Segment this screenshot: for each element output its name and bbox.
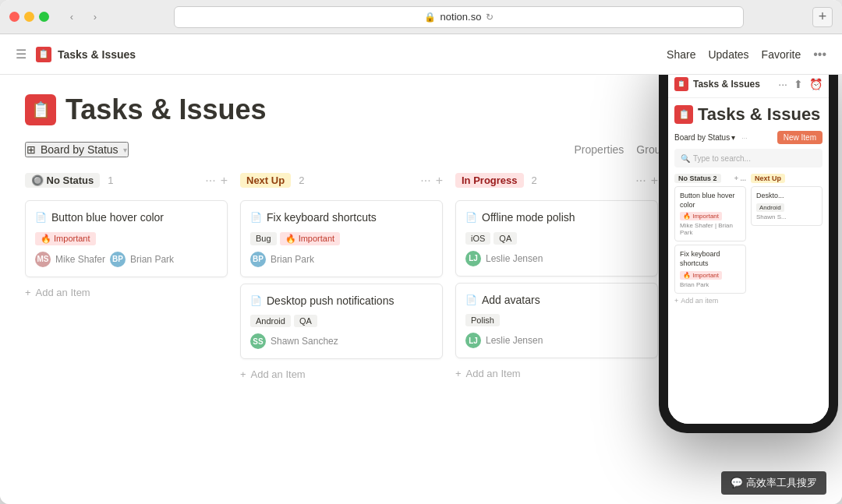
phone-card-people-1: Mike Shafer | Brian Park [680,222,741,236]
phone-star-icon[interactable]: ⏰ [809,78,823,90]
titlebar: ‹ › 🔒 notion.so ↻ + [0,0,842,34]
phone-col-badge-no-status: No Status 2 [674,174,721,183]
column-more-button-next-up[interactable]: ··· [420,174,430,187]
column-count-next-up: 2 [299,174,304,186]
phone-card-3[interactable]: Deskto... Android Shawn S... [751,186,823,226]
card-title-row: 📄 Add avatars [465,293,648,308]
avatar-bp: BP [110,252,126,267]
back-button[interactable]: ‹ [62,9,82,25]
tag-important: Important [280,232,341,245]
phone-col-no-status: No Status 2 + ... Button blue hover colo… [674,174,746,305]
close-button[interactable] [9,12,19,22]
phone-col-header-next-up: Next Up [751,174,823,183]
doc-icon: 📄 [250,212,262,223]
chevron-down-icon: ▾ [123,146,127,154]
plus-icon: + [240,368,246,380]
card-offline-mode[interactable]: 📄 Offline mode polish iOS QA LJ Leslie J… [455,200,658,277]
maximize-button[interactable] [39,12,49,22]
add-item-next-up[interactable]: + Add an Item [240,365,443,383]
tag-bug: Bug [250,232,277,245]
board-view-button[interactable]: ⊞ Board by Status ▾ [25,142,129,157]
phone-share-icon[interactable]: ⬆ [794,78,803,90]
tag-ios: iOS [465,232,490,245]
phone-board-toolbar: Board by Status ▾ ··· New Item [674,131,823,144]
add-item-label: Add an Item [251,368,306,380]
card-footer: SS Shawn Sanchez [250,333,433,349]
updates-button[interactable]: Updates [708,48,748,61]
share-button[interactable]: Share [667,48,695,61]
card-footer: MS Mike Shafer BP Brian Park [35,252,218,267]
phone-more-icon[interactable]: ··· [778,78,787,90]
doc-icon: 📄 [250,295,262,306]
phone-search-icon: 🔍 [681,154,690,163]
card-title-row: 📄 Offline mode polish [465,210,648,226]
phone-nav-buttons: ··· ⬆ ⏰ [778,78,823,90]
column-in-progress: In Progress 2 ··· + 📄 Offline mode polis… [455,170,658,492]
person-mike: Mike Shafer [55,254,105,265]
url-text: notion.so [440,11,482,23]
avatar-ms: MS [35,252,51,267]
plus-icon: + [25,287,31,298]
board-icon: ⊞ [27,143,36,156]
new-tab-button[interactable]: + [812,7,833,27]
url-input[interactable]: 🔒 notion.so ↻ [174,6,744,28]
phone-tag-android-1: Android [756,203,784,212]
card-title: Fix keyboard shortcuts [267,210,377,226]
card-title-row: 📄 Button blue hover color [35,210,218,226]
forward-button[interactable]: › [85,9,105,25]
favorite-button[interactable]: Favorite [762,48,801,61]
phone-search[interactable]: 🔍 Type to search... [674,149,823,167]
phone-card-1[interactable]: Button blue hover color 🔥 Important Mike… [674,186,746,241]
phone-mockup: Carrier 3:57 PM ● ▌▌ 🔋 📋 Tasks & Issues … [647,75,842,449]
card-title-row: 📄 Desktop push notifications [250,294,433,309]
main-content: 📋 Tasks & Issues ⊞ Board by Status ▾ Pro… [0,75,842,504]
add-item-label: Add an Item [466,368,521,379]
column-count-no-status: 1 [108,174,113,186]
add-item-no-status[interactable]: + Add an Item [25,284,228,301]
column-header-no-status: 🔘 No Status 1 ··· + [25,170,228,191]
column-add-button-next-up[interactable]: + [436,174,443,187]
phone-app-icon: 📋 [674,77,688,91]
phone-new-btn[interactable]: New Item [777,131,823,144]
card-tags: Polish [465,314,648,326]
add-item-label: Add an Item [36,287,90,298]
phone-card-people-3: Shawn S... [756,213,817,220]
nav-buttons: ‹ › [62,9,105,25]
column-add-button-no-status[interactable]: + [221,174,228,187]
phone-view-btn[interactable]: Board by Status ▾ [674,133,735,142]
phone-tag-important-1: 🔥 Important [680,212,722,220]
properties-button[interactable]: Properties [575,143,624,156]
nav-app-title: Tasks & Issues [58,48,136,61]
phone-ellipsis[interactable]: ··· [741,134,748,142]
phone-nav: 📋 Tasks & Issues ··· ⬆ ⏰ [668,75,829,98]
person-leslie2: Leslie Jensen [486,335,543,346]
add-item-in-progress[interactable]: + Add an Item [455,365,658,382]
phone-card-2[interactable]: Fix keyboard shortcuts 🔥 Important Brian… [674,245,746,293]
card-fix-keyboard[interactable]: 📄 Fix keyboard shortcuts Bug Important B… [240,200,443,277]
column-title-badge-in-progress: In Progress [455,173,524,188]
phone-page-icon: 📋 [674,105,693,124]
card-tags: Bug Important [250,232,433,245]
card-desktop-push[interactable]: 📄 Desktop push notifications Android QA … [240,284,443,360]
board-view-label: Board by Status [41,143,119,156]
doc-icon: 📄 [465,294,477,305]
column-more-button-in-progress[interactable]: ··· [635,174,646,187]
hamburger-icon[interactable]: ☰ [16,47,27,62]
column-more-button-no-status[interactable]: ··· [205,174,215,187]
more-icon[interactable]: ••• [813,48,826,62]
column-header-in-progress: In Progress 2 ··· + [455,170,658,191]
tag-qa: QA [294,315,317,327]
phone-add-no-status[interactable]: + Add an item [674,297,746,305]
minimize-button[interactable] [24,12,34,22]
phone-col-add-no-status[interactable]: + ... [734,174,746,182]
phone-search-placeholder: Type to search... [693,154,751,163]
card-button-blue[interactable]: 📄 Button blue hover color Important MS M… [25,200,228,277]
tag-qa: QA [494,232,517,245]
card-add-avatars[interactable]: 📄 Add avatars Polish LJ Leslie Jensen [455,283,658,359]
avatar-ss: SS [250,333,266,349]
avatar-bp: BP [250,252,266,267]
phone-card-people-2: Brian Park [680,281,741,288]
phone-nav-title: Tasks & Issues [693,79,773,90]
column-count-in-progress: 2 [532,174,537,186]
card-footer: LJ Leslie Jensen [465,333,648,348]
